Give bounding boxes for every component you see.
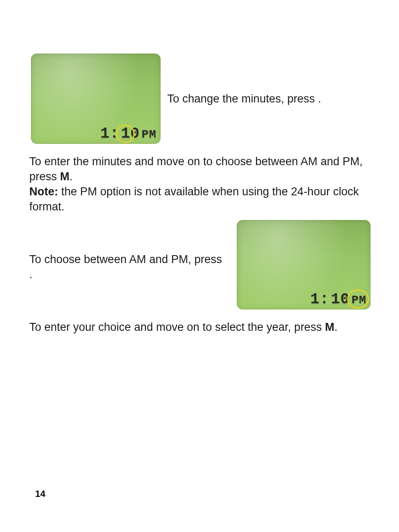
text-span: To enter the minutes and move on to choo…	[29, 155, 363, 183]
lcd-ampm: PM	[351, 294, 366, 306]
lcd-hour: 1:	[100, 126, 119, 141]
instruction-choose-ampm: To choose between AM and PM, press .	[29, 252, 226, 282]
text-span: .	[318, 92, 321, 105]
lcd-screen-minutes: 1: 10 PM	[31, 54, 161, 144]
lcd-readout: 1: 10 PM	[100, 126, 156, 141]
lcd-readout: 1: 10 PM	[310, 292, 366, 307]
text-span: .	[334, 321, 338, 333]
text-span: To change the minutes, press	[167, 92, 318, 105]
instruction-enter-minutes: To enter the minutes and move on to choo…	[29, 154, 372, 184]
instruction-enter-ampm: To enter your choice and move on to sele…	[29, 320, 372, 335]
button-label-m: M	[60, 170, 70, 183]
lcd-minutes: 10	[331, 292, 350, 307]
note-label: Note:	[29, 185, 58, 198]
text-span: To enter your choice and move on to sele…	[29, 321, 325, 333]
page-number: 14	[35, 489, 45, 499]
lcd-ampm: PM	[141, 129, 156, 141]
text-span: the PM option is not available when usin…	[29, 185, 359, 213]
manual-page: 1: 10 PM To change the minutes, press . …	[0, 0, 399, 532]
lcd-hour: 1:	[310, 292, 329, 307]
text-span: .	[69, 170, 73, 183]
text-span: .	[29, 268, 33, 281]
lcd-screen-ampm: 1: 10 PM	[237, 220, 371, 309]
note-pm-unavailable: Note: the PM option is not available whe…	[29, 184, 372, 215]
button-label-m: M	[325, 321, 335, 333]
text-span: To choose between AM and PM, press	[29, 253, 222, 266]
instruction-change-minutes: To change the minutes, press .	[167, 91, 372, 106]
lcd-minutes: 10	[121, 126, 140, 141]
